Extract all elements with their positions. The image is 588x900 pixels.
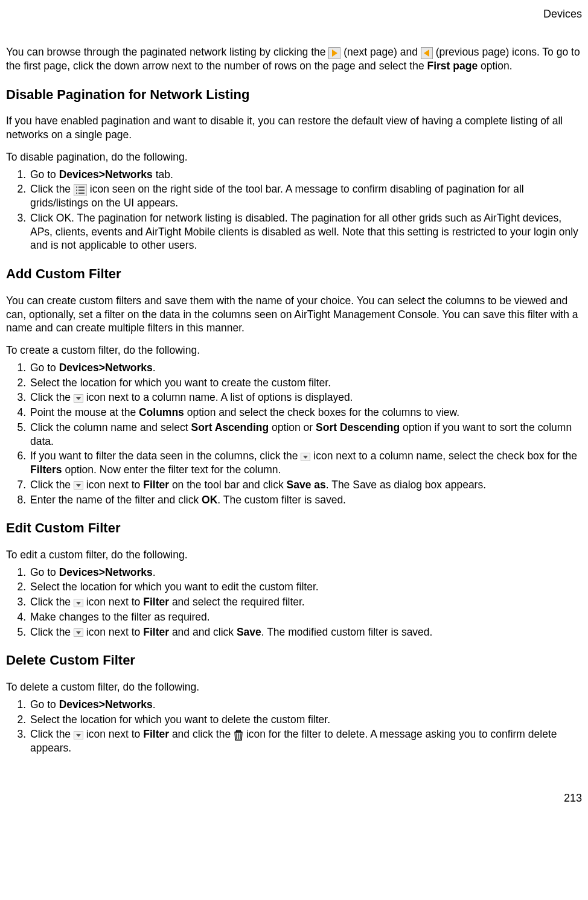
steps-edit-custom-filter: Go to Devices>Networks. Select the locat… [6, 566, 582, 639]
steps-delete-custom-filter: Go to Devices>Networks. Select the locat… [6, 698, 582, 755]
text: icon next to [86, 596, 143, 608]
page-number: 213 [6, 791, 582, 805]
dropdown-icon [74, 731, 83, 739]
text: . [153, 566, 156, 578]
text: You can browse through the paginated net… [6, 46, 328, 58]
list-item: Click the column name and select Sort As… [29, 421, 582, 448]
list-item: Go to Devices>Networks. [29, 361, 582, 375]
text: Go to [30, 566, 59, 578]
text: and and click [169, 626, 237, 638]
paragraph: If you have enabled pagination and want … [6, 114, 582, 142]
steps-add-custom-filter: Go to Devices>Networks. Select the locat… [6, 361, 582, 507]
list-item: Select the location for which you want t… [29, 713, 582, 727]
text: icon next to [86, 479, 143, 491]
list-item: Click the icon next to Filter and select… [29, 595, 582, 609]
text: and select the required filter. [169, 596, 305, 608]
heading-delete-custom-filter: Delete Custom Filter [6, 652, 582, 669]
previous-page-icon [421, 47, 433, 59]
text: on the tool bar and click [169, 479, 287, 491]
dropdown-icon [74, 628, 83, 637]
save-as-option: Save as [287, 479, 326, 491]
text: . [153, 362, 156, 374]
text: (next page) and [344, 46, 420, 58]
text: Go to [30, 362, 59, 374]
text: option. [478, 60, 512, 72]
paragraph: To create a custom filter, do the follow… [6, 343, 582, 357]
dropdown-icon [74, 599, 83, 607]
list-item: Go to Devices>Networks tab. [29, 168, 582, 182]
list-item: Click the icon seen on the right side of… [29, 182, 582, 210]
trash-icon [234, 730, 243, 741]
filter-label: Filter [143, 626, 169, 638]
nav-path: Devices>Networks [59, 362, 153, 374]
heading-edit-custom-filter: Edit Custom Filter [6, 520, 582, 537]
list-item: Point the mouse at the Columns option an… [29, 406, 582, 420]
dropdown-icon [74, 394, 83, 403]
text: icon next to [86, 626, 143, 638]
list-item: Click the icon next to a column name. A … [29, 391, 582, 404]
text: Go to [30, 168, 59, 180]
text: icon seen on the right side of the tool … [30, 183, 524, 209]
text: and click the [169, 728, 234, 740]
steps-disable-pagination: Go to Devices>Networks tab. Click the ic… [6, 168, 582, 253]
paragraph: To disable pagination, do the following. [6, 150, 582, 164]
text: icon next to a column name, select the c… [313, 450, 577, 462]
text: Enter the name of the filter and click [30, 494, 202, 506]
list-item: Click the icon next to Filter and click … [29, 727, 582, 755]
text: Click the [30, 391, 74, 403]
list-item: Make changes to the filter as required. [29, 610, 582, 624]
filters-option: Filters [30, 464, 62, 476]
list-item: Enter the name of the filter and click O… [29, 493, 582, 507]
text: Click the [30, 626, 74, 638]
nav-path: Devices>Networks [59, 698, 153, 710]
text: Click the [30, 479, 74, 491]
list-toggle-icon [74, 184, 87, 196]
dropdown-icon [74, 481, 83, 490]
text: . The Save as dialog box appears. [326, 479, 486, 491]
text: icon next to a column name. A list of op… [86, 391, 353, 403]
nav-path: Devices>Networks [59, 168, 153, 180]
text: If you want to filter the data seen in t… [30, 450, 301, 462]
intro-paragraph: You can browse through the paginated net… [6, 45, 582, 73]
text: tab. [153, 168, 173, 180]
filter-label: Filter [143, 596, 169, 608]
nav-path: Devices>Networks [59, 566, 153, 578]
paragraph: You can create custom filters and save t… [6, 294, 582, 335]
text: icon next to [86, 728, 143, 740]
text: Click the column name and select [30, 421, 191, 433]
text: . The modified custom filter is saved. [261, 626, 433, 638]
text: Go to [30, 698, 59, 710]
heading-add-custom-filter: Add Custom Filter [6, 266, 582, 283]
paragraph: To delete a custom filter, do the follow… [6, 680, 582, 694]
list-item: Click the icon next to Filter on the too… [29, 478, 582, 492]
text: option or [269, 421, 316, 433]
list-item: Select the location for which you want t… [29, 580, 582, 594]
text: Point the mouse at the [30, 406, 139, 418]
sort-descending-option: Sort Descending [316, 421, 400, 433]
first-page-option: First page [427, 60, 478, 72]
text: . [153, 698, 156, 710]
list-item: Select the location for which you want t… [29, 376, 582, 390]
columns-option: Columns [139, 406, 184, 418]
text: option and select the check boxes for th… [184, 406, 459, 418]
list-item: Click the icon next to Filter and and cl… [29, 625, 582, 639]
dropdown-icon [301, 453, 310, 461]
text: option. Now enter the filter text for th… [62, 464, 281, 476]
ok-button-label: OK [202, 494, 217, 506]
page-header-section: Devices [6, 7, 582, 21]
filter-label: Filter [143, 728, 169, 740]
list-item: Go to Devices>Networks. [29, 698, 582, 712]
save-option: Save [237, 626, 261, 638]
text: . The custom filter is saved. [217, 494, 346, 506]
sort-ascending-option: Sort Ascending [191, 421, 269, 433]
list-item: Go to Devices>Networks. [29, 566, 582, 579]
next-page-icon [328, 47, 340, 59]
list-item: If you want to filter the data seen in t… [29, 449, 582, 477]
text: Click the [30, 728, 74, 740]
paragraph: To edit a custom filter, do the followin… [6, 548, 582, 562]
heading-disable-pagination: Disable Pagination for Network Listing [6, 86, 582, 104]
text: Click the [30, 596, 74, 608]
text: Click the [30, 183, 74, 195]
filter-label: Filter [143, 479, 169, 491]
list-item: Click OK. The pagination for network lis… [29, 211, 582, 252]
